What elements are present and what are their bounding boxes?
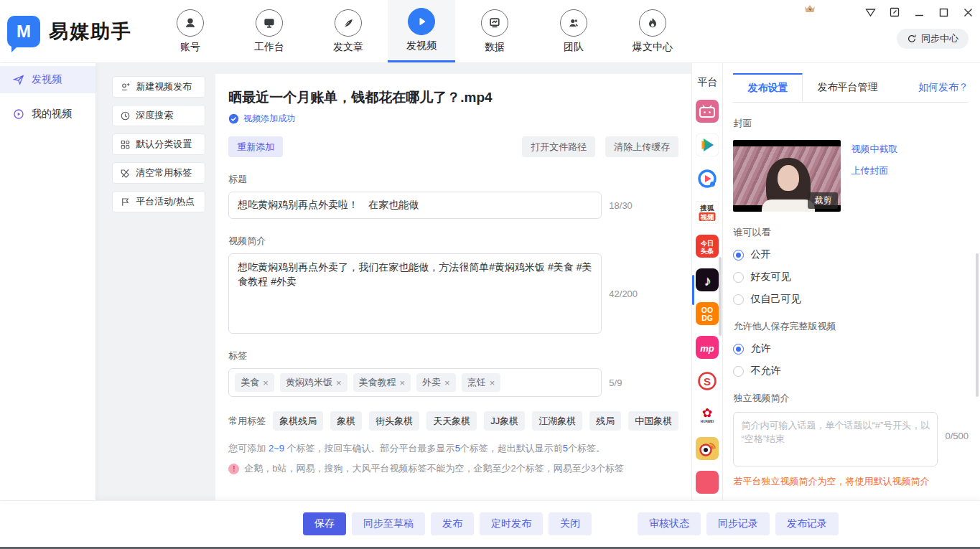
deep-search-button[interactable]: 深度搜索 bbox=[112, 105, 205, 126]
radio-private[interactable]: 仅自己可见 bbox=[733, 293, 969, 306]
nav-publish-article[interactable]: 发文章 bbox=[314, 0, 382, 62]
publish-button[interactable]: 发布 bbox=[431, 512, 474, 535]
panel-scrollbar[interactable] bbox=[976, 253, 979, 397]
common-tag[interactable]: 象棋 bbox=[330, 411, 362, 431]
tencent-video-icon[interactable] bbox=[696, 133, 719, 156]
radio-icon bbox=[733, 366, 744, 377]
readd-video-button[interactable]: 重新添加 bbox=[228, 136, 283, 157]
tag-remove-icon[interactable]: × bbox=[444, 377, 450, 388]
screenshot-icon[interactable] bbox=[888, 6, 901, 19]
common-tags-row: 常用标签 象棋残局 象棋 街头象棋 天天象棋 JJ象棋 江湖象棋 残局 中国象棋 bbox=[228, 411, 678, 431]
bilibili-icon[interactable] bbox=[696, 100, 719, 123]
radio-public[interactable]: 公开 bbox=[733, 248, 969, 261]
platform-activity-button[interactable]: 平台活动/热点 bbox=[112, 191, 205, 212]
save-button[interactable]: 保存 bbox=[303, 512, 346, 535]
nav-workbench[interactable]: 工作台 bbox=[235, 0, 303, 62]
video-play-icon bbox=[408, 8, 435, 35]
new-video-publish-button[interactable]: 新建视频发布 bbox=[112, 76, 205, 98]
independent-desc-textarea[interactable]: 简介内可输入话题，单个话题以“#”号开头，以“空格”结束 bbox=[733, 412, 938, 466]
clear-upload-cache-button[interactable]: 清除上传缓存 bbox=[605, 136, 678, 157]
maximize-button[interactable] bbox=[937, 6, 950, 19]
user-add-icon bbox=[120, 82, 131, 93]
article-pen-icon bbox=[335, 9, 362, 37]
clear-common-tags-button[interactable]: 清空常用标签 bbox=[112, 162, 205, 184]
platform-column: 平台 搜狐视频 今日头条 ♪♪♪ OODG mp S ✿HUAWEI bbox=[691, 63, 722, 500]
sohu-hao-icon[interactable]: S bbox=[696, 370, 719, 393]
sidebar-item-publish-video[interactable]: 发视频 bbox=[0, 66, 95, 93]
haokan-video-icon[interactable] bbox=[696, 167, 719, 190]
kuaishou-icon[interactable]: OODG bbox=[696, 302, 719, 325]
vip-crown-icon[interactable] bbox=[803, 3, 816, 14]
radio-allow[interactable]: 允许 bbox=[733, 342, 969, 355]
nav-team[interactable]: 团队 bbox=[540, 0, 607, 62]
common-tag[interactable]: 残局 bbox=[589, 411, 621, 431]
platform-scrollbar[interactable] bbox=[719, 257, 722, 336]
common-tag[interactable]: 天天象棋 bbox=[426, 411, 477, 431]
nav-data[interactable]: 数据 bbox=[461, 0, 528, 62]
common-tag[interactable]: JJ象棋 bbox=[484, 411, 525, 431]
send-icon bbox=[13, 74, 24, 85]
boss-key-icon[interactable] bbox=[864, 6, 877, 19]
douyin-icon[interactable]: ♪♪♪ bbox=[696, 268, 719, 291]
tag-chip: 外卖× bbox=[416, 373, 456, 392]
close-button[interactable] bbox=[961, 6, 974, 19]
close-editor-button[interactable]: 关闭 bbox=[549, 512, 592, 535]
title-input[interactable]: 想吃黄焖鸡别再点外卖啦！ 在家也能做 bbox=[228, 192, 602, 219]
tab-publish-settings[interactable]: 发布设置 bbox=[733, 73, 803, 102]
tag-remove-icon[interactable]: × bbox=[490, 377, 495, 388]
tag-text: 外卖 bbox=[422, 376, 441, 389]
svg-text:DG: DG bbox=[702, 314, 714, 322]
tag-text: 美食 bbox=[241, 376, 259, 389]
cover-thumbnail[interactable]: 裁剪 bbox=[733, 140, 841, 212]
tag-chip: 黄焖鸡米饭× bbox=[280, 373, 347, 392]
partial-platform-icon[interactable] bbox=[696, 471, 719, 494]
crop-button[interactable]: 裁剪 bbox=[808, 192, 838, 209]
sync-to-draft-button[interactable]: 同步至草稿 bbox=[352, 512, 425, 535]
common-tag[interactable]: 中国象棋 bbox=[628, 411, 678, 431]
publish-records-button[interactable]: 发布记录 bbox=[775, 512, 839, 535]
common-tag[interactable]: 街头象棋 bbox=[369, 411, 419, 431]
how-to-publish-link[interactable]: 如何发布？ bbox=[918, 73, 969, 102]
sidebar-item-my-videos[interactable]: 我的视频 bbox=[0, 100, 95, 128]
tag-remove-icon[interactable]: × bbox=[400, 377, 406, 388]
review-status-button[interactable]: 审核状态 bbox=[638, 512, 701, 535]
radio-disallow[interactable]: 不允许 bbox=[733, 365, 969, 377]
action-label: 默认分类设置 bbox=[136, 138, 192, 151]
tag-text: 美食教程 bbox=[359, 376, 396, 389]
flame-icon bbox=[639, 9, 666, 37]
action-label: 新建视频发布 bbox=[136, 80, 192, 93]
dafenghao-mp-icon[interactable]: mp bbox=[696, 336, 719, 359]
common-tag[interactable]: 江湖象棋 bbox=[532, 411, 582, 431]
tab-platform-management[interactable]: 发布平台管理 bbox=[803, 73, 892, 102]
title-counter: 18/30 bbox=[609, 200, 633, 211]
svg-text:头条: 头条 bbox=[701, 248, 714, 255]
sohu-video-icon[interactable]: 搜狐视频 bbox=[696, 201, 719, 224]
nav-account[interactable]: 账号 bbox=[157, 0, 224, 62]
tag-remove-icon[interactable]: × bbox=[263, 377, 269, 388]
sync-records-button[interactable]: 同步记录 bbox=[706, 512, 770, 535]
cover-label: 封面 bbox=[733, 117, 969, 130]
schedule-publish-button[interactable]: 定时发布 bbox=[480, 512, 543, 535]
desc-textarea[interactable]: 想吃黄焖鸡别再点外卖了，我们在家也能做，方法很简单#黄焖鸡米饭 #美食 #美食教… bbox=[228, 253, 602, 334]
tag-remove-icon[interactable]: × bbox=[336, 377, 342, 388]
common-tag[interactable]: 象棋残局 bbox=[273, 411, 323, 431]
weibo-icon[interactable] bbox=[696, 437, 719, 460]
huawei-icon[interactable]: ✿HUAWEI bbox=[696, 403, 719, 426]
nav-hot-center[interactable]: 爆文中心 bbox=[619, 0, 686, 62]
capture-from-video-link[interactable]: 视频中截取 bbox=[851, 143, 897, 156]
upload-cover-link[interactable]: 上传封面 bbox=[851, 164, 897, 177]
tags-hint: 您可添加 2~9 个标签，按回车确认。部分平台最多显示5个标签，超出默认显示前5… bbox=[228, 442, 678, 455]
default-category-button[interactable]: 默认分类设置 bbox=[112, 133, 205, 155]
tags-warning-row: ! 企鹅，b站，网易，搜狗，大风平台视频标签不能为空，企鹅至少2个标签，网易至少… bbox=[228, 462, 678, 475]
footer-bar: 保存 同步至草稿 发布 定时发布 关闭 审核状态 同步记录 发布记录 bbox=[0, 500, 980, 547]
toutiao-icon[interactable]: 今日头条 bbox=[696, 235, 719, 258]
sync-center-button[interactable]: 同步中心 bbox=[897, 29, 969, 49]
nav-publish-video[interactable]: 发视频 bbox=[388, 0, 455, 62]
radio-icon bbox=[733, 272, 744, 283]
radio-friends-only[interactable]: 好友可见 bbox=[733, 271, 969, 283]
independent-desc-counter: 0/500 bbox=[945, 431, 969, 441]
tags-input[interactable]: 美食× 黄焖鸡米饭× 美食教程× 外卖× 烹饪× bbox=[228, 368, 602, 397]
nav-workbench-label: 工作台 bbox=[254, 41, 284, 54]
minimize-button[interactable] bbox=[913, 6, 925, 19]
open-file-path-button[interactable]: 打开文件路径 bbox=[522, 136, 595, 157]
